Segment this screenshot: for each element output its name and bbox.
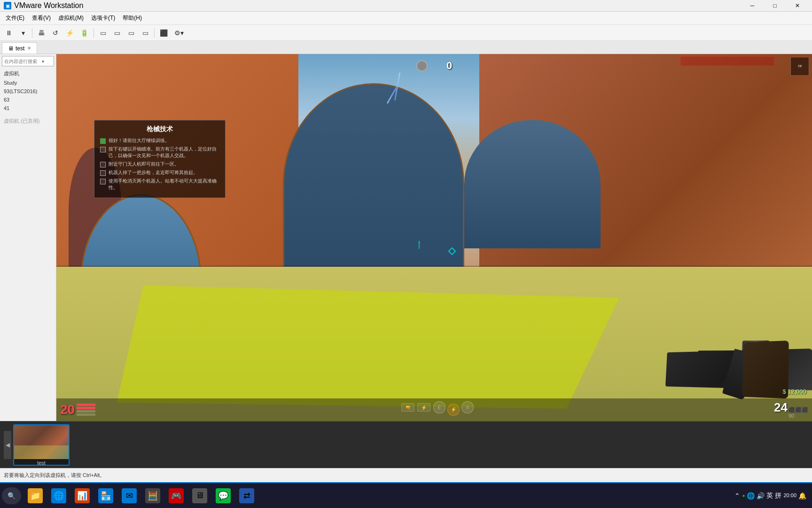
browser-icon: 🌐 [51,488,66,503]
transfer-icon: ⇄ [239,488,254,503]
taskbar-file-explorer[interactable]: 📁 [24,484,47,507]
sidebar-search-input[interactable] [4,59,42,64]
app-icon: ▣ [4,2,11,9]
refresh-button[interactable]: ↺ [49,27,62,39]
terminal-button[interactable]: ⬛ [157,27,170,39]
status-bar: 若要将输入定向到该虚拟机，请按 Ctrl+Alt。 [0,468,812,482]
taskbar-browser[interactable]: 🌐 [47,484,70,507]
thumbnail-nav-prev[interactable]: ◀ [4,431,11,459]
settings-button[interactable]: ⚙▾ [172,27,186,39]
window-title: VMware Workstation [14,1,83,10]
game-viewport[interactable]: 0 🗺 枪械技术 很好！请前往大厅继续训练。 按下右键以开镜瞄准。前方有三个机 [56,54,812,421]
sidebar-search-container[interactable]: ▾ [2,56,54,66]
power-button-1[interactable]: ⚡ [63,27,76,39]
taskbar-office[interactable]: 📊 [71,484,94,507]
taskbar-transfer[interactable]: ⇄ [235,484,258,507]
view-btn-4[interactable]: ▭ [139,27,151,39]
tab-bar: 🖥 test ✕ [0,41,812,54]
print-button[interactable]: 🖶 [35,27,47,39]
floor-highlight [117,286,646,409]
taskbar-mail[interactable]: ✉ [118,484,141,507]
sidebar: ▾ 虚拟机 Study 93(LTSC2016) 63 41 虚拟机 (已弃用) [0,54,56,421]
mail-icon: ✉ [122,488,137,503]
tray-notification[interactable]: 🔔 [798,492,806,500]
view-btn-3[interactable]: ▭ [125,27,137,39]
system-tray: ⌃ ● 🌐 🔊 英 拼 20:00 🔔 [731,492,810,500]
taskbar-chat[interactable]: 💬 [212,484,234,507]
tray-volume[interactable]: 🔊 [757,492,765,500]
tray-lang-pin[interactable]: 拼 [775,492,781,500]
game-scene: 0 🗺 枪械技术 很好！请前往大厅继续训练。 按下右键以开镜瞄准。前方有三个机 [56,54,812,421]
power-button-2[interactable]: 🔋 [78,27,91,39]
taskbar-calc[interactable]: 🧮 [141,484,164,507]
close-button[interactable]: ✕ [787,0,808,12]
sidebar-item-63[interactable]: 63 [2,96,54,103]
menu-bar: 文件(E) 查看(V) 虚拟机(M) 选项卡(T) 帮助(H) [0,12,812,25]
pause-dropdown[interactable]: ▾ [17,27,29,39]
taskbar: 🔍 📁 🌐 📊 🏪 ✉ 🧮 🎮 🖥 💬 ⇄ ⌃ ● 🌐 🔊 英 拼 20 [0,482,812,508]
sidebar-item-deprecated[interactable]: 虚拟机 (已弃用) [2,117,54,126]
file-explorer-icon: 📁 [28,488,43,503]
status-text: 若要将输入定向到该虚拟机，请按 Ctrl+Alt。 [4,472,105,479]
taskbar-store[interactable]: 🏪 [94,484,117,507]
game-icon: 🎮 [169,488,184,503]
sidebar-item-ltsc[interactable]: 93(LTSC2016) [2,87,54,95]
tab-close-button[interactable]: ✕ [27,46,31,51]
window-controls[interactable]: ─ □ ✕ [742,0,808,12]
maximize-button[interactable]: □ [764,0,786,12]
calc-icon: 🧮 [145,488,160,503]
title-bar: ▣ VMware Workstation ─ □ ✕ [0,0,812,12]
main-content: ▾ 虚拟机 Study 93(LTSC2016) 63 41 虚拟机 (已弃用) [0,54,812,421]
vmware-icon: 🖥 [192,488,207,503]
taskbar-time: 20:00 [783,492,796,499]
tray-dot-green: ● [742,493,745,498]
menu-tabs[interactable]: 选项卡(T) [87,12,119,24]
toolbar-separator-2 [94,28,94,38]
toolbar: ⏸ ▾ 🖶 ↺ ⚡ 🔋 ▭ ▭ ▭ ▭ ⬛ ⚙▾ [0,25,812,41]
menu-help[interactable]: 帮助(H) [119,12,146,24]
search-icon: 🔍 [8,492,16,500]
store-icon: 🏪 [98,488,113,503]
sidebar-dropdown-arrow[interactable]: ▾ [42,59,49,64]
view-btn-1[interactable]: ▭ [97,27,109,39]
tray-chevron[interactable]: ⌃ [734,492,740,500]
menu-vm[interactable]: 虚拟机(M) [55,12,87,24]
tray-network[interactable]: 🌐 [747,492,755,500]
tab-test[interactable]: 🖥 test ✕ [2,42,37,54]
tray-lang-en[interactable]: 英 [766,492,773,500]
sidebar-item-41[interactable]: 41 [2,104,54,112]
tab-label: test [16,45,24,52]
sidebar-item-vm[interactable]: 虚拟机 [2,69,54,78]
view-btn-2[interactable]: ▭ [111,27,123,39]
menu-view[interactable]: 查看(V) [28,12,55,24]
menu-file[interactable]: 文件(E) [2,12,28,24]
thumbnail-test[interactable]: test [13,424,70,466]
floor-area [56,267,812,421]
right-arch [464,120,600,248]
wechat-icon: 💬 [216,488,231,503]
sidebar-item-study[interactable]: Study [2,79,54,87]
thumbnail-floor [14,445,69,459]
toolbar-separator-3 [154,28,155,38]
center-arch [283,83,464,285]
pause-button[interactable]: ⏸ [3,27,15,39]
taskbar-search[interactable]: 🔍 [2,487,21,504]
thumbnail-image [14,425,69,459]
toolbar-separator-1 [32,28,32,38]
office-icon: 📊 [75,488,90,503]
minimize-button[interactable]: ─ [742,0,763,12]
tab-icon: 🖥 [8,45,14,52]
time-display: 20:00 [783,492,796,499]
taskbar-vmware[interactable]: 🖥 [188,484,211,507]
red-zone-indicator [680,56,774,66]
thumbnail-label: test [14,459,69,466]
ground-line [56,266,812,267]
taskbar-game[interactable]: 🎮 [165,484,187,507]
thumbnail-bar: ◀ test [0,421,812,468]
